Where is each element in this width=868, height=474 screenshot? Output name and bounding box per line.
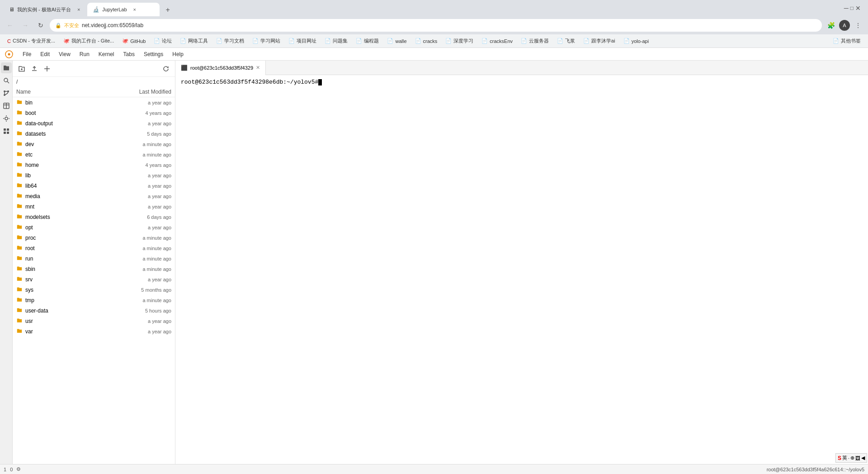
more-options-button[interactable]: ⋮ (852, 19, 864, 32)
bookmark-csdn-label: CSDN - 专业开发... (13, 38, 55, 44)
file-item[interactable]: media a year ago (13, 191, 175, 201)
bookmark-github[interactable]: 🐙 GitHub (118, 37, 149, 45)
file-item[interactable]: usr a year ago (13, 316, 175, 326)
file-item[interactable]: var a year ago (13, 326, 175, 337)
file-modified: a minute ago (108, 256, 171, 261)
file-item[interactable]: sbin a minute ago (13, 264, 175, 274)
bookmark-yoloapi[interactable]: 📄 yolo-api (620, 37, 653, 45)
file-item[interactable]: run a minute ago (13, 253, 175, 264)
file-item[interactable]: bin a year ago (13, 97, 175, 108)
file-item[interactable]: home 4 years ago (13, 160, 175, 170)
ime-dot[interactable]: · (848, 455, 849, 461)
new-launcher-button[interactable] (42, 63, 52, 74)
menu-file[interactable]: File (18, 49, 36, 59)
bookmark-cracks[interactable]: 📄 cracks (411, 37, 441, 45)
tab-1[interactable]: 🖥 我的实例 - 极致AI云平台 × (4, 3, 87, 16)
restore-button[interactable]: □ (850, 5, 854, 11)
bookmark-limu[interactable]: 📄 跟李沐学ai (580, 36, 619, 46)
menu-edit[interactable]: Edit (36, 49, 54, 59)
bookmark-gitee[interactable]: 🐙 我的工作台 - Gite... (60, 36, 118, 46)
tab2-close[interactable]: × (132, 6, 138, 13)
ime-lang-label[interactable]: 英 (842, 455, 847, 461)
file-item[interactable]: lib64 a year ago (13, 180, 175, 191)
file-item[interactable]: sys 5 months ago (13, 284, 175, 295)
file-item[interactable]: lib a year ago (13, 170, 175, 180)
bookmark-forum-icon: 📄 (154, 38, 160, 44)
url-display[interactable]: net.videojj.com:65059/lab (82, 22, 143, 28)
bookmark-problems[interactable]: 📄 问题集 (321, 36, 351, 46)
profile-icon[interactable]: A (839, 20, 850, 31)
file-name: home (25, 162, 108, 168)
bookmark-projects-icon: 📄 (288, 38, 295, 44)
file-name: boot (25, 110, 108, 116)
ime-arrow[interactable]: ◀ (861, 455, 865, 461)
sidebar-item-table[interactable] (1, 100, 12, 111)
folder-icon (16, 296, 23, 304)
bookmark-deeplearning[interactable]: 📄 深度学习 (442, 36, 477, 46)
bookmark-forum[interactable]: 📄 论坛 (150, 36, 175, 46)
extensions-icon[interactable]: 🧩 (825, 19, 837, 32)
file-item[interactable]: opt a year ago (13, 222, 175, 232)
menu-kernel[interactable]: Kernel (94, 49, 119, 59)
bookmark-csdn[interactable]: C CSDN - 专业开发... (4, 36, 59, 46)
sidebar-item-search[interactable] (1, 75, 12, 86)
back-button[interactable]: ← (4, 19, 16, 32)
bookmark-other-icon: 📄 (833, 38, 839, 44)
file-name: lib (25, 172, 108, 179)
tab1-label: 我的实例 - 极致AI云平台 (17, 6, 71, 13)
tab-2[interactable]: 🔬 JupyterLab × (87, 3, 160, 16)
terminal-tab-close[interactable]: ✕ (256, 65, 260, 71)
menu-help[interactable]: Help (168, 49, 188, 59)
bookmark-learning[interactable]: 📄 学习网站 (249, 36, 284, 46)
refresh-button[interactable] (160, 63, 171, 74)
bookmark-cloud-icon: 📄 (521, 38, 527, 44)
file-item[interactable]: user-data 5 hours ago (13, 305, 175, 316)
sidebar-item-filebrowser[interactable] (1, 62, 12, 73)
upload-button[interactable] (29, 63, 40, 74)
status-indicator-1: 1 (4, 467, 6, 472)
sidebar-item-tools[interactable] (1, 113, 12, 124)
bookmark-projects[interactable]: 📄 项目网址 (285, 36, 320, 46)
file-item[interactable]: data-output a year ago (13, 118, 175, 128)
menu-tabs[interactable]: Tabs (119, 49, 139, 59)
ime-screen[interactable]: 🖼 (855, 455, 860, 461)
bookmark-csdn-icon: C (7, 38, 11, 44)
menu-run[interactable]: Run (75, 49, 94, 59)
file-item[interactable]: tmp a minute ago (13, 295, 175, 305)
bookmark-walle[interactable]: 📄 walle (383, 37, 410, 45)
file-modified: a year ago (108, 183, 171, 189)
reload-button[interactable]: ↻ (34, 19, 47, 32)
terminal-tab-1[interactable]: ⬛ root@623c1c563dd3f5f4329 ✕ (175, 61, 266, 75)
new-tab-button[interactable]: + (161, 4, 174, 16)
bookmark-paddle[interactable]: 📄 飞浆 (553, 36, 579, 46)
file-modified: a minute ago (108, 298, 171, 303)
close-button[interactable]: ✕ (855, 5, 861, 12)
file-item[interactable]: proc a minute ago (13, 232, 175, 243)
bookmark-cloud[interactable]: 📄 云服务器 (517, 36, 552, 46)
menu-settings[interactable]: Settings (139, 49, 168, 59)
file-name: run (25, 256, 108, 262)
bookmark-other[interactable]: 📄 其他书签 (829, 36, 864, 46)
bookmark-network[interactable]: 📄 网络工具 (176, 36, 212, 46)
ime-circle[interactable]: ⊕ (850, 455, 854, 461)
jupyter-app: File Edit View Run Kernel Tabs Settings … (0, 48, 868, 474)
bookmark-docs[interactable]: 📄 学习文档 (212, 36, 248, 46)
minimize-button[interactable]: ─ (844, 5, 849, 12)
file-item[interactable]: datasets 5 days ago (13, 128, 175, 139)
file-item[interactable]: boot 4 years ago (13, 108, 175, 118)
menu-view[interactable]: View (54, 49, 75, 59)
sidebar-item-extensions[interactable] (1, 126, 12, 137)
tab1-close[interactable]: × (75, 6, 82, 13)
bookmark-cracksenv[interactable]: 📄 cracksEnv (478, 37, 516, 45)
sidebar-item-git[interactable] (1, 88, 12, 99)
file-item[interactable]: mnt a year ago (13, 201, 175, 212)
new-folder-button[interactable] (16, 63, 27, 74)
security-label: 不安全 (64, 22, 79, 29)
forward-button[interactable]: → (19, 19, 32, 32)
bookmark-coding[interactable]: 📄 编程题 (352, 36, 382, 46)
file-item[interactable]: dev a minute ago (13, 139, 175, 149)
file-item[interactable]: root a minute ago (13, 243, 175, 253)
file-item[interactable]: etc a minute ago (13, 149, 175, 160)
file-item[interactable]: modelsets 6 days ago (13, 212, 175, 222)
file-item[interactable]: srv a year ago (13, 274, 175, 284)
